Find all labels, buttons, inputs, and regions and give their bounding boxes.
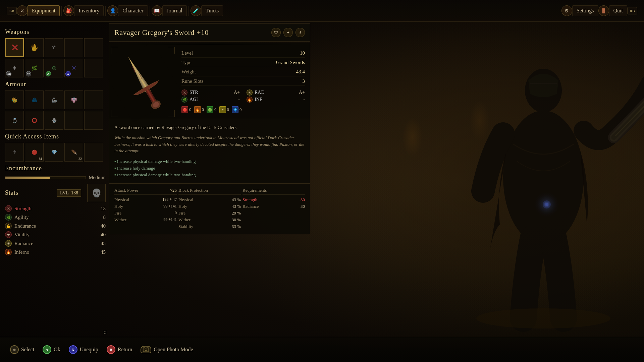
weapon-slot-2[interactable]: 🖐	[25, 38, 44, 57]
stat-row-agility: 🌿 Agility 8	[5, 213, 106, 222]
weapon-slot-8[interactable]: ⊕ A	[45, 59, 63, 77]
level-line: Level 10	[181, 50, 305, 58]
stat-yellow-val: 0	[227, 107, 229, 112]
item-title: Ravager Gregory's Sword +10	[114, 28, 209, 37]
weapon-8-icon: ⊕	[52, 64, 57, 72]
rt-indicator: RT	[26, 71, 31, 76]
bonus-1: Increase physical damage while two-handi…	[114, 158, 305, 165]
item-icon-3: ⚜	[296, 28, 305, 37]
nav-settings[interactable]: Settings	[572, 5, 598, 16]
nav-inventory[interactable]: Inventory	[74, 5, 104, 16]
attack-power-col: Attack Power 725 Physical 198 + 47 Holy …	[114, 188, 177, 230]
description-lore: While the mission which Gregory and Barr…	[114, 134, 305, 154]
unequip-label: Unequip	[80, 347, 98, 353]
rb-button[interactable]: RB	[627, 7, 637, 14]
weapon-7-icon: 🌿	[32, 65, 37, 71]
weapon-slot-7[interactable]: 🌿 RT	[25, 59, 44, 77]
weapons-grid: ✕ 🖐 🗡	[5, 38, 106, 57]
armour-1-icon: 👑	[12, 97, 17, 103]
blk-stability: Stability 33 %	[178, 223, 241, 230]
nav-sep-3	[150, 6, 150, 16]
nav-quit[interactable]: Quit	[609, 5, 627, 16]
nav-character[interactable]: Character	[118, 5, 148, 16]
req-radiance: Radiance 30	[243, 203, 305, 210]
nav-sep-1	[61, 6, 62, 16]
weapon-slot-1[interactable]: ✕	[5, 38, 24, 57]
weapon-9-icon: ✕	[71, 64, 76, 72]
weapon-slot-4[interactable]	[64, 38, 83, 57]
blk-fire: Fire 29 %	[178, 210, 241, 217]
rad-affinity-icon: ☀	[247, 89, 253, 96]
quick-4-count: 32	[78, 157, 82, 161]
strength-value: 13	[96, 206, 106, 212]
corner-tr	[168, 47, 175, 54]
stat-icon-1: 🔴 0	[181, 106, 192, 113]
armour-6-icon: 💍	[12, 118, 17, 123]
atk-physical: Physical 198 + 47	[114, 196, 177, 203]
lb-button[interactable]: LB	[7, 7, 17, 14]
corner-bl	[111, 110, 118, 117]
quick-slot-4[interactable]: 🪶 32	[64, 143, 83, 162]
blk-holy: Holy 43 %	[178, 203, 241, 210]
weapon-slot-6[interactable]: ✦ RB	[5, 59, 24, 77]
quick-2-count: 81	[39, 157, 42, 161]
block-protection-col: Block Protection Physical 43 % Holy 43 %…	[178, 188, 241, 230]
stat-row-vitality: ❤ Vitality 40	[5, 230, 106, 239]
weight-line: Weight 43.4	[181, 69, 305, 76]
blk-wither: Wither 30 %	[178, 217, 241, 223]
quick-3-icon: 💎	[51, 149, 57, 155]
atk-holy: Holy 99 +141	[114, 203, 177, 210]
armour-7-icon: ⭕	[32, 118, 37, 123]
weapon-slot-3[interactable]: 🗡	[45, 38, 63, 57]
weapons-grid-2: ✦ RB 🌿 RT ⊕ A ✕ X	[5, 59, 106, 77]
req-strength: Strength 30	[243, 196, 305, 203]
stat-yellow-icon: ✦	[219, 106, 226, 113]
armour-slot-7[interactable]: ⭕	[25, 111, 44, 130]
armour-slot-8[interactable]: 🪬	[45, 111, 63, 130]
armour-slot-10[interactable]	[84, 111, 103, 130]
inf-affinity-icon: 🔥	[247, 97, 253, 103]
equipment-icon: ⚔	[17, 5, 28, 16]
nav-equipment[interactable]: Equipment	[28, 5, 60, 16]
bonus-3: Increase physical damage while two-handi…	[114, 172, 305, 178]
stat-icon-3: 🟢 0	[207, 106, 217, 113]
weapon-slot-9[interactable]: ✕ X	[64, 59, 83, 77]
quit-door-icon: 🚪	[598, 5, 609, 16]
affinity-str: ⚔ STR A+	[181, 89, 240, 96]
strength-label: Strength	[14, 206, 93, 212]
inventory-icon: 🎒	[63, 5, 74, 16]
action-unequip: X Unequip	[69, 345, 98, 354]
rune-slots-line: Rune Slots 3	[181, 78, 305, 86]
bonuses-list: Increase physical damage while two-handi…	[114, 158, 305, 178]
stat-green-icon: 🟢	[207, 106, 213, 113]
nav-tincts[interactable]: Tincts	[201, 5, 223, 16]
nav-journal[interactable]: Journal	[162, 5, 187, 16]
quick-slot-3[interactable]: 💎	[45, 143, 63, 162]
armour-slot-2[interactable]: 🧥	[25, 90, 44, 109]
armour-slot-9[interactable]	[64, 111, 83, 130]
item-stats-right: Level 10 Type Grand Swords Weight 43.4 R…	[176, 45, 310, 119]
stat-fire-icon: 🔴	[181, 106, 188, 113]
weapon-slot-5[interactable]	[84, 38, 103, 57]
action-return: B Return	[107, 345, 132, 354]
encumbrance-fill	[5, 177, 50, 179]
svg-point-6	[476, 308, 610, 328]
armour-slot-3[interactable]: 🦾	[45, 90, 63, 109]
description-panel: A sword once carried by Ravager Gregory …	[109, 119, 310, 184]
armour-slot-6[interactable]: 💍	[5, 111, 24, 130]
quick-2-icon: 🔴	[32, 149, 37, 155]
stat-orange-icon: 🔥	[194, 106, 201, 113]
endurance-label: Endurance	[14, 223, 93, 229]
affinities-grid: ⚔ STR A+ ☀ RAD A+ 🌿 AGI - 🔥 INF -	[181, 89, 305, 103]
quick-slot-5[interactable]	[84, 143, 103, 162]
quick-slot-1[interactable]: 🗡	[5, 143, 24, 162]
radiance-icon: ☀	[5, 240, 12, 247]
stat-icon-2: 🔥 0	[194, 106, 204, 113]
armour-slot-4[interactable]: 👘	[64, 90, 83, 109]
armour-slot-5[interactable]	[84, 90, 103, 109]
weapon-6-icon: ✦	[12, 64, 17, 72]
armour-slot-1[interactable]: 👑	[5, 90, 24, 109]
return-b-button: B	[107, 345, 115, 354]
stat-blue-icon: 💠	[232, 106, 238, 113]
quick-slot-2[interactable]: 🔴 81	[25, 143, 44, 162]
